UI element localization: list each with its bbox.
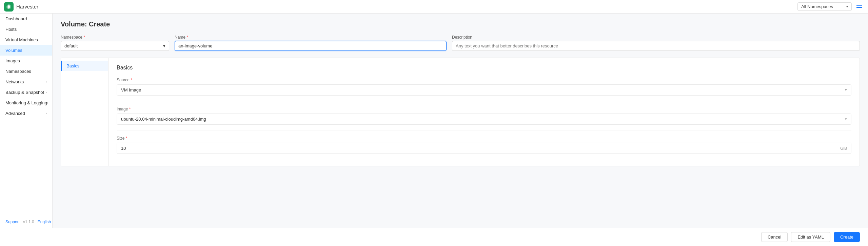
- header-left: Harvester: [4, 2, 38, 12]
- source-select[interactable]: VM Image ▾: [117, 84, 851, 96]
- source-label: Source *: [117, 78, 851, 82]
- image-group: Image * ubuntu-20.04-minimal-cloudimg-am…: [117, 107, 851, 125]
- tabs-sidebar: Basics: [61, 58, 108, 166]
- sidebar-item-volumes[interactable]: Volumes: [0, 45, 52, 56]
- toggle-bar-2: [856, 7, 862, 8]
- size-input-wrapper[interactable]: GiB: [117, 143, 851, 154]
- namespace-select-input[interactable]: default ▾: [61, 41, 169, 51]
- sidebar-item-virtual-machines[interactable]: Virtual Machines: [0, 35, 52, 45]
- sidebar-item-dashboard[interactable]: Dashboard: [0, 14, 52, 24]
- image-select[interactable]: ubuntu-20.04-minimal-cloudimg-amd64.img …: [117, 114, 851, 125]
- namespace-chevron-icon: ▾: [163, 43, 165, 48]
- name-input[interactable]: [178, 43, 443, 48]
- main-content: Volume: Create Namespace * default ▾ Nam…: [53, 14, 868, 228]
- header-right: All Namespaces ▾: [797, 2, 864, 12]
- description-input[interactable]: [456, 43, 856, 48]
- toggle-bar-1: [856, 5, 862, 6]
- sidebar: Dashboard Hosts Virtual Machines Volumes…: [0, 14, 53, 228]
- description-field: Description: [452, 35, 860, 51]
- divider-1: [117, 101, 851, 101]
- form-body: Basics Basics Source * VM Image ▾: [61, 58, 860, 166]
- svg-point-1: [8, 6, 9, 7]
- tab-basics[interactable]: Basics: [61, 61, 108, 71]
- size-group: Size * GiB: [117, 136, 851, 154]
- sidebar-footer: Support v1.1.0 English: [0, 216, 52, 228]
- create-button[interactable]: Create: [834, 232, 860, 242]
- size-input[interactable]: [121, 146, 837, 151]
- namespace-field: Namespace * default ▾: [61, 35, 169, 51]
- image-label: Image *: [117, 107, 851, 111]
- form-top-row: Namespace * default ▾ Name * Descripti: [61, 35, 860, 51]
- cancel-button[interactable]: Cancel: [761, 232, 788, 242]
- app-title: Harvester: [16, 4, 38, 9]
- sidebar-toggle-button[interactable]: [854, 2, 864, 12]
- page-title-action: Create: [89, 20, 110, 28]
- language-link[interactable]: English: [38, 220, 51, 224]
- page-title: Volume: Create: [61, 20, 860, 28]
- sidebar-item-networks[interactable]: Networks ›: [0, 77, 52, 87]
- top-header: Harvester All Namespaces ▾: [0, 0, 868, 14]
- sidebar-item-monitoring-logging[interactable]: Monitoring & Logging ›: [0, 98, 52, 108]
- edit-yaml-button[interactable]: Edit as YAML: [791, 232, 830, 242]
- divider-2: [117, 130, 851, 130]
- namespace-required: *: [83, 35, 85, 40]
- chevron-down-icon: ▾: [846, 5, 848, 8]
- description-label: Description: [452, 35, 860, 40]
- size-suffix: GiB: [840, 146, 847, 151]
- namespace-label: Namespace *: [61, 35, 169, 40]
- basics-section-title: Basics: [117, 65, 851, 71]
- page-footer: Cancel Edit as YAML Create: [0, 228, 868, 246]
- sidebar-item-hosts[interactable]: Hosts: [0, 24, 52, 35]
- page-title-prefix: Volume:: [61, 20, 87, 28]
- sidebar-item-namespaces[interactable]: Namespaces: [0, 66, 52, 77]
- source-chevron-icon: ▾: [845, 88, 847, 92]
- form-basics-content: Basics Source * VM Image ▾: [108, 58, 860, 166]
- name-required: *: [186, 35, 188, 40]
- source-group: Source * VM Image ▾: [117, 78, 851, 96]
- sidebar-item-backup-snapshot[interactable]: Backup & Snapshot ›: [0, 87, 52, 98]
- sidebar-item-images[interactable]: Images: [0, 56, 52, 66]
- chevron-backup-icon: ›: [46, 90, 47, 94]
- sidebar-item-advanced[interactable]: Advanced ›: [0, 108, 52, 119]
- chevron-monitoring-icon: ›: [47, 101, 48, 105]
- version-label: v1.1.0: [23, 220, 34, 224]
- chevron-advanced-icon: ›: [46, 111, 47, 115]
- description-input-wrapper[interactable]: [452, 41, 860, 51]
- app-logo: [4, 2, 14, 12]
- main-layout: Dashboard Hosts Virtual Machines Volumes…: [0, 14, 868, 228]
- name-field: Name *: [175, 35, 447, 51]
- namespace-dropdown[interactable]: All Namespaces ▾: [797, 2, 852, 11]
- name-label: Name *: [175, 35, 447, 40]
- namespace-value: All Namespaces: [801, 4, 833, 9]
- name-input-wrapper[interactable]: [175, 41, 447, 51]
- size-label: Size *: [117, 136, 851, 141]
- image-chevron-icon: ▾: [845, 117, 847, 121]
- chevron-networks-icon: ›: [46, 80, 47, 84]
- support-link[interactable]: Support: [5, 220, 20, 224]
